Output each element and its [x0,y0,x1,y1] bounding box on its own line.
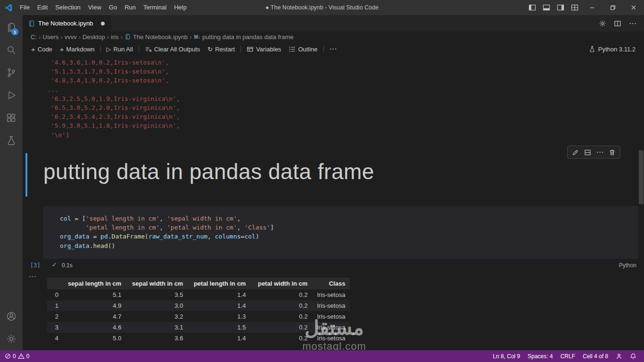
toolbar-separator [139,46,139,52]
extensions-icon[interactable] [0,107,23,129]
table-cell: 1.4 [188,300,250,311]
cursor-position[interactable]: Ln 8, Col 9 [493,353,520,360]
output-line: '4.8,3.4,1.9,0.2,Iris-setosa\n', [47,76,180,85]
toolbar-separator [100,46,101,52]
outline-label: Outline [298,46,317,53]
restart-button[interactable]: ↻ Restart [204,42,239,56]
table-cell: Iris-setosa [312,322,350,333]
cell-output-text: '4.6,3.6,1.0,0.2,Iris-setosa\n', '5.1,3.… [47,58,180,140]
code-token: , [237,215,241,222]
menu-help[interactable]: Help [170,0,190,15]
unsaved-dot-icon[interactable] [101,22,105,25]
table-row: 45.03.61.40.2Iris-setosa [47,333,350,344]
source-control-icon[interactable] [0,61,23,84]
vscode-logo-icon [4,4,12,12]
tab-the-notebook[interactable]: The Notebook.ipynb [23,15,111,32]
menu-selection[interactable]: Selection [51,0,84,15]
code-token: DataFrame [112,233,145,240]
breadcrumb-desktop[interactable]: Desktop [82,33,106,41]
toolbar-more-button[interactable]: ⋯ [326,42,341,56]
testing-icon[interactable] [0,129,23,152]
run-all-button[interactable]: ▷ Run All [103,42,137,56]
errors-icon [5,353,11,359]
code-token: 'petal width in cm' [167,224,237,231]
table-header: petal length in cm [188,278,250,289]
editor-more-actions-icon[interactable]: ⋯ [629,20,636,27]
search-icon[interactable] [0,39,23,61]
code-token: , [159,224,167,231]
cell-language-picker[interactable]: Python [619,262,636,269]
breadcrumb-folder-iris[interactable]: iris [110,33,119,41]
toggle-sidebar-icon[interactable] [525,0,539,15]
indentation-setting[interactable]: Spaces: 4 [528,353,553,360]
customize-layout-icon[interactable] [568,0,582,15]
cell-focus-bar [25,153,27,197]
cell-more-actions-icon[interactable]: ⋯ [594,148,605,157]
kernel-picker[interactable]: Python 3.11.2 [589,46,644,53]
output-line: '6.3,2.5,5.0,1.9,Iris-virginica\n', [47,94,180,103]
notebook-file-icon [28,20,35,27]
delete-cell-icon[interactable] [607,148,618,157]
code-token: org_data [60,233,90,240]
menu-edit[interactable]: Edit [33,0,51,15]
menu-view[interactable]: View [84,0,105,15]
success-check-icon: ✓ [52,261,57,268]
plus-icon: + [31,46,35,53]
breadcrumb: C: › Users › vvvv › Desktop › iris › The… [23,32,644,42]
kernel-icon [589,46,595,52]
split-editor-icon[interactable] [614,20,621,27]
minimize-button[interactable] [582,0,603,15]
add-markdown-cell-button[interactable]: + Markdown [56,42,99,56]
toggle-panel-icon[interactable] [539,0,553,15]
table-row: 24.73.21.30.2Iris-setosa [47,311,350,322]
menu-file[interactable]: File [16,0,33,15]
variables-button[interactable]: Variables [243,42,285,56]
tab-label: The Notebook.ipynb [38,20,93,27]
menu-terminal[interactable]: Terminal [140,0,170,15]
warnings-icon [18,353,25,359]
breadcrumb-file[interactable]: The Notebook.ipynb [132,33,188,41]
breadcrumb-drive[interactable]: C: [30,33,37,41]
chevron-right-icon: › [190,33,191,41]
add-code-cell-button[interactable]: + Code [27,42,56,56]
run-debug-icon[interactable] [0,84,23,107]
code-cell-editor[interactable]: col = ['sepal length in cm', 'sepal widt… [43,206,638,259]
restore-button[interactable] [603,0,623,15]
cell-indicator[interactable]: Cell 4 of 8 [583,353,608,360]
accessibility-person-icon[interactable] [616,353,622,360]
close-button[interactable] [623,0,644,15]
notebook-settings-icon[interactable] [599,20,606,27]
breadcrumb-users[interactable]: Users [42,33,59,41]
outline-button[interactable]: Outline [285,42,321,56]
tab-bar: The Notebook.ipynb ⋯ [23,15,644,32]
breadcrumb-symbol[interactable]: putting data in pandas data frame [202,33,294,41]
code-token: , [237,224,245,231]
chevron-right-icon: › [60,33,62,41]
chevron-right-icon: › [79,33,81,41]
menu-run[interactable]: Run [121,0,140,15]
table-cell: Iris-setosa [312,311,350,322]
explorer-icon[interactable]: 1 [0,16,23,39]
code-token: pd [100,233,108,240]
menu-go[interactable]: Go [105,0,121,15]
markdown-heading[interactable]: putting data in pandas data frame [43,159,374,184]
account-icon[interactable] [0,305,23,328]
code-token: ] [270,224,274,231]
notifications-bell-icon[interactable] [630,353,636,360]
table-cell: 0.2 [250,311,312,322]
toolbar-separator [240,46,241,52]
clear-all-outputs-button[interactable]: Clear All Outputs [141,42,204,56]
vertical-scrollbar-thumb[interactable] [639,150,644,204]
split-cell-icon[interactable] [582,148,593,157]
toggle-secondary-sidebar-icon[interactable] [553,0,568,15]
breadcrumb-user[interactable]: vvvv [64,33,77,41]
edit-cell-icon[interactable] [570,148,581,157]
eol-setting[interactable]: CRLF [561,353,575,360]
problems-indicator[interactable]: 0 0 [5,353,29,360]
explorer-badge: 1 [11,28,18,35]
table-row: 34.63.11.50.2Iris-setosa [47,322,350,333]
settings-gear-icon[interactable] [0,328,23,350]
add-markdown-label: Markdown [66,46,95,53]
table-header [47,278,63,289]
output-collapse-toggle[interactable]: ··· [29,273,37,280]
